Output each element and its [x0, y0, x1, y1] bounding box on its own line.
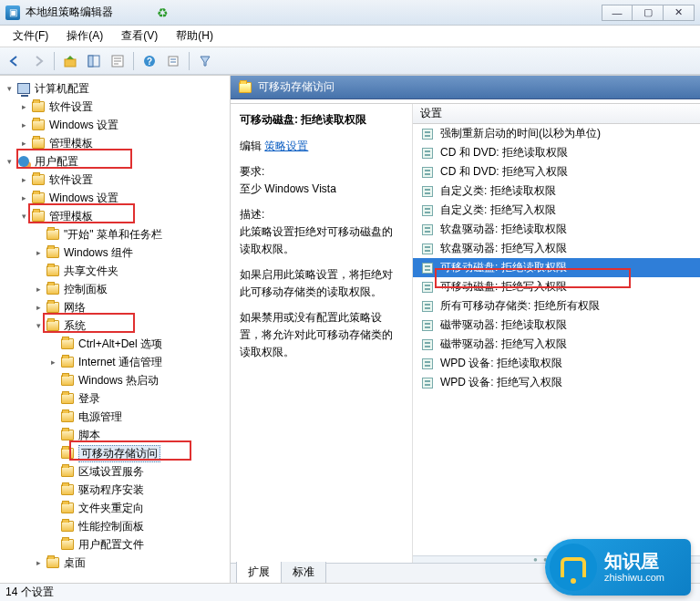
tree-node-locale[interactable]: 区域设置服务 — [47, 462, 230, 481]
tree-node-internet[interactable]: ▸Internet 通信管理 — [47, 353, 230, 371]
setting-item[interactable]: 所有可移动存储类: 拒绝所有权限 — [413, 296, 700, 316]
setting-item[interactable]: 可移动磁盘: 拒绝写入权限 — [413, 277, 700, 296]
tree-node-power[interactable]: 电源管理 — [47, 408, 230, 426]
folder-icon — [46, 227, 60, 242]
minimize-button[interactable]: — — [602, 5, 633, 21]
setting-item[interactable]: 软盘驱动器: 拒绝写入权限 — [413, 239, 700, 258]
tab-standard[interactable]: 标准 — [281, 562, 326, 583]
edit-policy-link[interactable]: 策略设置 — [264, 140, 308, 152]
details-pane: 可移动存储访问 可移动磁盘: 拒绝读取权限 编辑 策略设置 要求: 至少 Win… — [231, 76, 700, 583]
setting-icon — [420, 127, 435, 141]
folder-icon — [60, 482, 75, 497]
back-button[interactable] — [4, 51, 26, 71]
setting-item[interactable]: 可移动磁盘: 拒绝读取权限 — [413, 258, 700, 277]
expand-icon[interactable]: ▸ — [18, 174, 29, 185]
setting-icon — [420, 376, 435, 390]
expand-icon[interactable]: ▸ — [18, 192, 29, 203]
collapse-icon[interactable]: ▾ — [4, 83, 15, 94]
tree-node-user-software[interactable]: ▸软件设置 — [18, 171, 230, 189]
setting-item[interactable]: 自定义类: 拒绝写入权限 — [413, 201, 700, 220]
tree-node-user-profiles[interactable]: 用户配置文件 — [47, 535, 230, 554]
menu-view[interactable]: 查看(V) — [112, 26, 167, 46]
tree-node-comp-software[interactable]: ▸软件设置 — [18, 98, 230, 116]
tree-node-driver-install[interactable]: 驱动程序安装 — [47, 481, 230, 499]
window-title: 本地组策略编辑器 — [26, 5, 113, 20]
tree-node-perf-cpl[interactable]: 性能控制面板 — [47, 517, 230, 535]
setting-item[interactable]: 磁带驱动器: 拒绝写入权限 — [413, 335, 700, 354]
tree-node-computer-config[interactable]: ▾ 计算机配置 — [4, 79, 230, 98]
setting-icon — [420, 261, 435, 275]
expand-icon[interactable]: ▸ — [33, 284, 44, 295]
setting-item[interactable]: 软盘驱动器: 拒绝读取权限 — [413, 220, 700, 239]
help-button[interactable]: ? — [139, 51, 160, 71]
setting-item[interactable]: 自定义类: 拒绝读取权限 — [413, 181, 700, 201]
tree-node-removable-storage[interactable]: 可移动存储访问 — [47, 444, 230, 462]
expand-icon[interactable]: ▸ — [33, 247, 44, 258]
expand-icon[interactable]: ▸ — [33, 302, 44, 313]
tree-node-desktop[interactable]: ▸桌面 — [33, 554, 230, 572]
setting-icon — [420, 203, 435, 218]
expand-icon[interactable]: ▸ — [18, 101, 29, 112]
folder-icon — [60, 428, 75, 442]
setting-label: 磁带驱动器: 拒绝读取权限 — [440, 317, 567, 333]
menu-file[interactable]: 文件(F) — [4, 26, 57, 46]
folder-icon — [31, 99, 46, 114]
tree-node-shared-folders[interactable]: 共享文件夹 — [33, 262, 230, 280]
tree-node-windows-components[interactable]: ▸Windows 组件 — [33, 244, 230, 262]
menu-help[interactable]: 帮助(H) — [167, 26, 222, 46]
setting-item[interactable]: CD 和 DVD: 拒绝读取权限 — [413, 143, 700, 162]
up-button[interactable] — [59, 51, 81, 71]
setting-icon — [420, 242, 435, 256]
setting-label: 磁带驱动器: 拒绝写入权限 — [440, 337, 567, 352]
expand-icon[interactable]: ▸ — [18, 119, 29, 130]
tree-node-comp-admin[interactable]: ▸管理模板 — [18, 134, 230, 152]
folder-icon — [60, 501, 75, 515]
close-button[interactable]: ✕ — [664, 5, 695, 21]
tree-pane[interactable]: ▾ 计算机配置 ▸软件设置 ▸Windows 设置 ▸管理模板 ▾ 用户配置 ▸ — [0, 76, 231, 583]
menu-action[interactable]: 操作(A) — [57, 26, 112, 46]
setting-icon — [420, 318, 435, 333]
tree-node-folder-redirect[interactable]: 文件夹重定向 — [47, 499, 230, 517]
tree-node-system[interactable]: ▾系统 — [33, 316, 230, 335]
tab-extended[interactable]: 扩展 — [236, 562, 282, 583]
expand-icon[interactable]: ▸ — [18, 138, 29, 149]
toolbar: ? — [0, 47, 700, 75]
settings-list: 设置 强制重新启动的时间(以秒为单位)CD 和 DVD: 拒绝读取权限CD 和 … — [413, 104, 700, 563]
titlebar: ▣ 本地组策略编辑器 ♻ — ▢ ✕ — [0, 0, 700, 26]
setting-item[interactable]: WPD 设备: 拒绝读取权限 — [413, 354, 700, 373]
expand-icon[interactable]: ▸ — [47, 357, 58, 368]
tree-node-user-windows[interactable]: ▸Windows 设置 — [18, 189, 230, 207]
setting-item[interactable]: 磁带驱动器: 拒绝读取权限 — [413, 316, 700, 335]
setting-label: CD 和 DVD: 拒绝读取权限 — [440, 145, 568, 161]
tree-node-start-menu[interactable]: "开始" 菜单和任务栏 — [33, 225, 230, 244]
forward-button[interactable] — [27, 51, 49, 71]
tree-node-scripts[interactable]: 脚本 — [47, 426, 230, 444]
show-hide-tree-button[interactable] — [83, 51, 105, 71]
tree-node-control-panel[interactable]: ▸控制面板 — [33, 280, 230, 298]
expand-icon[interactable]: ▸ — [33, 557, 44, 568]
tree-node-user-config[interactable]: ▾ 用户配置 — [4, 152, 230, 171]
properties-button[interactable] — [107, 51, 129, 71]
column-header-setting[interactable]: 设置 — [413, 104, 700, 124]
tree-node-cad[interactable]: Ctrl+Alt+Del 选项 — [47, 335, 230, 353]
setting-item[interactable]: 强制重新启动的时间(以秒为单位) — [413, 124, 700, 143]
tree-node-comp-windows[interactable]: ▸Windows 设置 — [18, 116, 230, 134]
tree-node-hotstart[interactable]: Windows 热启动 — [47, 371, 230, 389]
setting-label: WPD 设备: 拒绝读取权限 — [440, 356, 562, 371]
export-button[interactable] — [162, 51, 184, 71]
collapse-icon[interactable]: ▾ — [18, 211, 29, 222]
setting-item[interactable]: WPD 设备: 拒绝写入权限 — [413, 373, 700, 392]
collapse-icon[interactable]: ▾ — [33, 320, 44, 331]
setting-label: 可移动磁盘: 拒绝写入权限 — [440, 279, 567, 295]
folder-icon — [31, 209, 46, 223]
folder-icon — [46, 245, 60, 260]
tree-node-user-admin[interactable]: ▾管理模板 — [18, 207, 230, 225]
maximize-button[interactable]: ▢ — [633, 5, 664, 21]
setting-item[interactable]: CD 和 DVD: 拒绝写入权限 — [413, 162, 700, 181]
tree-node-logon[interactable]: 登录 — [47, 389, 230, 408]
collapse-icon[interactable]: ▾ — [4, 156, 15, 167]
filter-button[interactable] — [194, 51, 216, 71]
folder-icon — [60, 355, 75, 369]
tree-node-network[interactable]: ▸网络 — [33, 298, 230, 316]
folder-icon — [60, 464, 75, 479]
